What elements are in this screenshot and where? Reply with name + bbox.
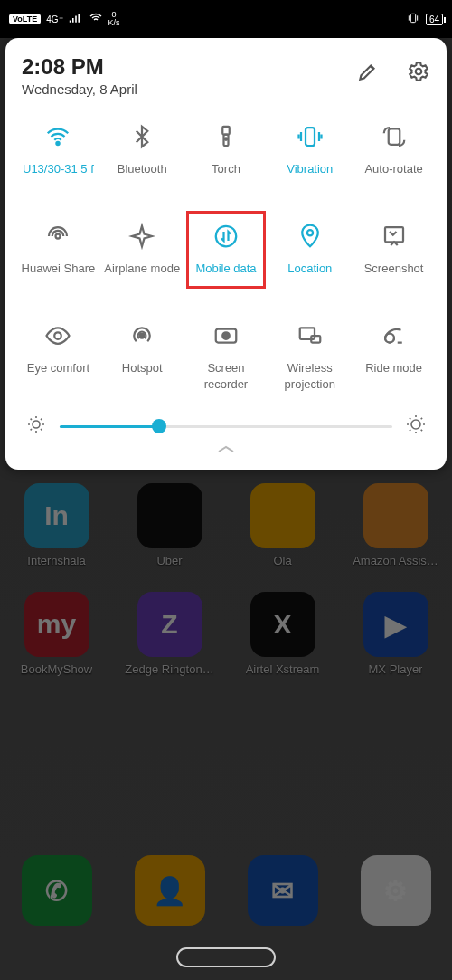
projection-icon	[296, 321, 325, 350]
airplane-icon	[127, 222, 156, 251]
app-icon: X	[250, 592, 315, 657]
app-icon	[363, 483, 428, 548]
datetime-block: 2:08 PM Wednesday, 8 April	[22, 54, 137, 97]
signal-bars-icon	[69, 13, 83, 26]
tile-label2: recorder	[204, 377, 248, 391]
tile-location[interactable]: Location	[268, 209, 352, 309]
tile-screenshot[interactable]: Screenshot	[352, 209, 436, 309]
tile-recorder[interactable]: Screenrecorder	[184, 309, 268, 408]
tile-rotate[interactable]: Auto-rotate	[352, 109, 436, 209]
nav-pill[interactable]	[176, 947, 276, 967]
hotspot-icon	[127, 321, 156, 350]
app-Uber[interactable]: Uber	[120, 483, 220, 567]
app-icon: Z	[137, 592, 202, 657]
tile-label: Huawei Share	[22, 262, 96, 276]
app-dock[interactable]: ⚙	[346, 855, 446, 926]
svg-rect-16	[300, 328, 315, 339]
rotate-icon	[380, 122, 409, 151]
tile-label: Location	[287, 262, 332, 276]
tile-label: Airplane mode	[104, 262, 180, 276]
quick-settings-panel: 2:08 PM Wednesday, 8 April U13/30-31 5 f…	[5, 38, 447, 470]
app-icon: ✉	[248, 855, 318, 926]
app-icon: In	[24, 483, 89, 548]
tile-label: Screenshot	[364, 262, 424, 276]
svg-point-1	[416, 69, 422, 75]
tile-bluetooth[interactable]: Bluetooth	[100, 109, 184, 209]
app-label: Ola	[273, 554, 291, 567]
app-label: Uber	[156, 554, 182, 567]
svg-rect-3	[222, 127, 230, 135]
status-left: VoLTE 4G⁺ 0 K/s	[9, 11, 120, 28]
tile-label: U13/30-31 5 f	[23, 162, 94, 176]
edit-icon[interactable]	[356, 60, 380, 87]
tile-label: Bluetooth	[118, 162, 167, 176]
speed-unit: K/s	[108, 19, 120, 27]
tile-label: Mobile data	[195, 262, 256, 276]
app-label: Zedge Rington…	[125, 662, 213, 676]
ride-icon	[380, 321, 409, 350]
app-Internshala[interactable]: InInternshala	[7, 483, 107, 567]
app-MX Player[interactable]: ▶MX Player	[346, 592, 446, 676]
share-icon	[43, 222, 72, 251]
svg-point-15	[222, 332, 230, 339]
app-Zedge Rington…[interactable]: ZZedge Rington…	[120, 592, 220, 676]
app-dock[interactable]: 👤	[120, 855, 220, 926]
tile-share[interactable]: Huawei Share	[16, 209, 100, 309]
svg-point-13	[140, 334, 145, 338]
tile-eye[interactable]: Eye comfort	[16, 309, 100, 408]
app-Airtel Xstream[interactable]: XAirtel Xstream	[233, 592, 333, 676]
app-Ola[interactable]: Ola	[233, 483, 333, 567]
brightness-slider[interactable]	[60, 417, 392, 435]
tile-torch[interactable]: Torch	[184, 109, 268, 209]
network-label: 4G⁺	[46, 14, 62, 24]
bluetooth-icon	[127, 122, 156, 151]
svg-point-8	[56, 234, 61, 239]
brightness-slider-row	[16, 408, 436, 441]
tile-hotspot[interactable]: Hotspot	[100, 309, 184, 408]
brightness-low-icon	[25, 414, 47, 439]
svg-point-2	[57, 142, 60, 145]
brightness-high-icon	[405, 414, 427, 439]
vibration-icon	[296, 122, 325, 151]
app-icon	[250, 483, 315, 548]
app-dock[interactable]: ✉	[233, 855, 333, 926]
status-right: 64	[406, 11, 443, 28]
app-label: BookMyShow	[21, 662, 92, 676]
settings-gear-icon[interactable]	[407, 60, 430, 87]
date-label: Wednesday, 8 April	[22, 81, 137, 97]
app-icon: ▶	[363, 592, 428, 657]
volte-badge: VoLTE	[9, 14, 41, 24]
app-icon	[137, 483, 202, 548]
tile-mobiledata[interactable]: Mobile data	[184, 209, 268, 309]
tile-projection[interactable]: Wirelessprojection	[268, 309, 352, 408]
tile-label: Vibration	[287, 162, 333, 176]
tile-ride[interactable]: Ride mode	[352, 309, 436, 408]
app-BookMyShow[interactable]: myBookMyShow	[7, 592, 107, 676]
wifi-status-icon	[89, 11, 103, 28]
data-speed: 0 K/s	[108, 11, 120, 27]
tile-label: Wireless	[287, 361, 333, 376]
app-icon: my	[24, 592, 89, 657]
panel-collapse-handle[interactable]	[16, 441, 436, 462]
wifi-icon	[43, 122, 72, 151]
app-label: Airtel Xstream	[246, 662, 320, 676]
app-icon: ⚙	[361, 855, 431, 926]
app-dock[interactable]: ✆	[7, 855, 107, 926]
app-label: Amazon Assis…	[353, 554, 438, 567]
app-label: Internshala	[27, 554, 85, 567]
eye-icon	[43, 321, 72, 350]
mobiledata-icon	[212, 222, 240, 251]
app-Amazon Assis…[interactable]: Amazon Assis…	[346, 483, 446, 567]
svg-rect-6	[306, 128, 315, 146]
svg-point-18	[385, 334, 394, 343]
tile-vibration[interactable]: Vibration	[268, 109, 352, 209]
tile-label: Screen	[207, 361, 244, 376]
torch-icon	[212, 122, 240, 151]
svg-point-10	[307, 230, 313, 235]
vibrate-status-icon	[406, 11, 420, 28]
svg-point-19	[33, 421, 40, 428]
tile-airplane[interactable]: Airplane mode	[100, 209, 184, 309]
tile-wifi[interactable]: U13/30-31 5 f	[16, 109, 100, 209]
location-icon	[296, 222, 325, 251]
recorder-icon	[212, 321, 240, 350]
